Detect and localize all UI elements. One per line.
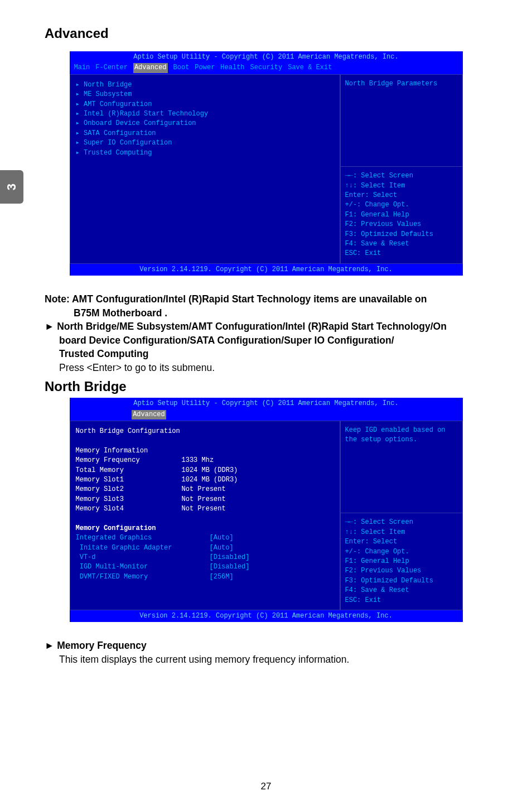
bios-tab-active: Advanced — [132, 410, 166, 420]
bios-setting-row: Integrated Graphics[Auto] — [76, 533, 334, 543]
bios-menu-item: ▸ Intel (R)Rapid Start Technology — [76, 109, 334, 119]
note-line: Trusted Computing — [45, 347, 487, 361]
bios-left-panel: North Bridge Configuration Memory Inform… — [70, 421, 340, 610]
bios-info-row: Total Memory1024 MB (DDR3) — [76, 466, 334, 475]
help-line: F2: Previous Values — [345, 220, 458, 229]
help-line: ↑↓: Select Item — [345, 528, 458, 537]
help-line: F1: General Help — [345, 210, 458, 220]
bios-help-text: North Bridge Parameters — [341, 75, 462, 167]
bios-info-row: Memory Slot3Not Present — [76, 495, 334, 504]
bios-tab: Health — [220, 63, 244, 73]
bios-subheader: Memory Information — [76, 446, 334, 456]
bios-tab: Security — [250, 63, 283, 73]
help-line: →←: Select Screen — [345, 518, 458, 527]
chapter-tab: 3 — [0, 170, 23, 204]
bios-menu-item: ▸ North Bridge — [76, 80, 334, 90]
bios-key-help: →←: Select Screen ↑↓: Select Item Enter:… — [341, 513, 462, 610]
help-line: F1: General Help — [345, 557, 458, 566]
item-body: This item displays the current using mem… — [45, 653, 487, 667]
help-line: F3: Optimized Defaults — [345, 576, 458, 586]
bios-info-row: Memory Slot11024 MB (DDR3) — [76, 475, 334, 485]
bios-menu-item: ▸ ME Subsystem — [76, 90, 334, 99]
bios-key-help: →←: Select Screen ↑↓: Select Item Enter:… — [341, 167, 462, 263]
bios-menu-item: ▸ Super IO Configuration — [76, 138, 334, 148]
bios-tab: Boot — [173, 63, 190, 73]
bios-footer: Version 2.14.1219. Copyright (C) 2011 Am… — [70, 610, 463, 622]
bios-subheader: Memory Configuration — [76, 524, 334, 533]
help-line: F4: Save & Reset — [345, 239, 458, 249]
bios-footer: Version 2.14.1219. Copyright (C) 2011 Am… — [70, 264, 463, 276]
bios-info-row: Memory Frequency1333 Mhz — [76, 456, 334, 465]
bios-setting-row: Initate Graphic Adapter[Auto] — [76, 543, 334, 553]
bios-help-text: Keep IGD enabled based on the setup opti… — [341, 421, 462, 513]
bios-info-row: Memory Slot4Not Present — [76, 504, 334, 514]
bios-tab: Power — [195, 63, 215, 73]
help-line: +/-: Change Opt. — [345, 547, 458, 557]
help-line: F4: Save & Reset — [345, 586, 458, 595]
page-number: 27 — [0, 781, 532, 792]
help-line: F3: Optimized Defaults — [345, 230, 458, 239]
bios-tab-row: Main F-Center Advanced — [70, 409, 463, 421]
note-body: Press <Enter> to go to its submenu. — [45, 361, 487, 375]
section-heading-advanced: Advanced — [45, 26, 487, 41]
help-line: ESC: Exit — [345, 596, 458, 605]
help-line: Enter: Select — [345, 537, 458, 547]
bios-subheader: North Bridge Configuration — [76, 427, 334, 436]
note-line: ► North Bridge/ME Subsystem/AMT Confugur… — [45, 320, 487, 334]
bios-tab: Main — [74, 63, 90, 73]
help-line: F2: Previous Values — [345, 566, 458, 576]
bios-setting-row: IGD Multi-Monitor[Disabled] — [76, 562, 334, 572]
bios-menu-item: ▸ SATA Configuration — [76, 129, 334, 138]
note-line: board Device Configuration/SATA Configur… — [45, 334, 487, 348]
help-line: ESC: Exit — [345, 249, 458, 258]
bios-screenshot-advanced: Aptio Setup Utility - Copyright (C) 2011… — [70, 51, 463, 276]
section-heading-north-bridge: North Bridge — [45, 379, 487, 394]
chapter-tab-label: 3 — [4, 184, 19, 190]
help-line: Enter: Select — [345, 191, 458, 200]
bios-menu-item: ▸ Onboard Device Configuration — [76, 119, 334, 128]
bios-menu-item: ▸ AMT Confuguration — [76, 100, 334, 109]
note-line: Note: AMT Confuguration/Intel (R)Rapid S… — [45, 292, 487, 306]
item-heading: ► Memory Frequency — [45, 639, 487, 653]
bios-title: Aptio Setup Utility - Copyright (C) 2011… — [70, 398, 463, 408]
bios-tab-active: Advanced — [133, 63, 168, 73]
note-line: B75M Motherboard . — [45, 306, 487, 320]
bios-title: Aptio Setup Utility - Copyright (C) 2011… — [70, 51, 463, 62]
bios-menu-item: ▸ Trusted Computing — [76, 148, 334, 158]
help-line: +/-: Change Opt. — [345, 200, 458, 210]
bios-screenshot-north-bridge: Aptio Setup Utility - Copyright (C) 2011… — [70, 398, 463, 622]
bios-setting-row: DVMT/FIXED Memory[256M] — [76, 572, 334, 582]
bios-left-panel: ▸ North Bridge ▸ ME Subsystem ▸ AMT Conf… — [70, 74, 340, 264]
help-line: →←: Select Screen — [345, 171, 458, 181]
bios-info-row: Memory Slot2Not Present — [76, 485, 334, 494]
bios-tab: F-Center — [95, 63, 128, 73]
help-line: ↑↓: Select Item — [345, 181, 458, 191]
bios-tab: Save & Exit — [288, 63, 332, 73]
bios-tab-row: Main F-Center Advanced Boot Power Health… — [70, 62, 463, 74]
bios-setting-row: VT-d[Disabled] — [76, 553, 334, 562]
